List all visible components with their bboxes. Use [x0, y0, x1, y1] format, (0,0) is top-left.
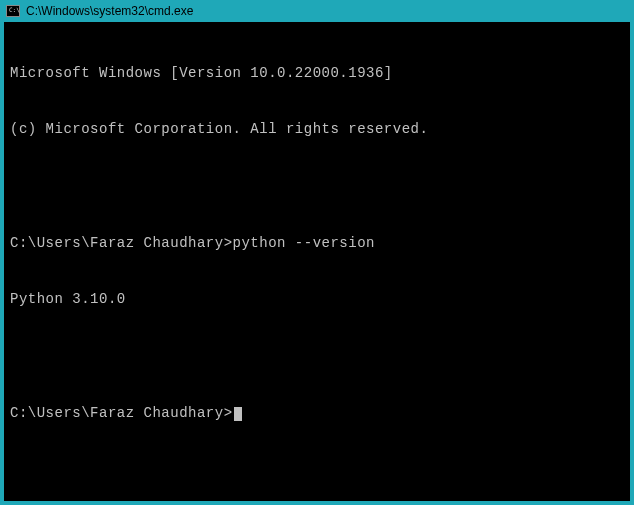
- cmd-icon-label: C:\: [9, 7, 20, 13]
- blank-line: [10, 347, 624, 366]
- prompt-path: C:\Users\Faraz Chaudhary>: [10, 405, 233, 421]
- prompt-line: C:\Users\Faraz Chaudhary>python --versio…: [10, 234, 624, 253]
- output-line: Python 3.10.0: [10, 290, 624, 309]
- blank-line: [10, 177, 624, 196]
- cursor: [234, 407, 242, 421]
- cmd-window: C:\ C:\Windows\system32\cmd.exe Microsof…: [0, 0, 634, 505]
- terminal-area[interactable]: Microsoft Windows [Version 10.0.22000.19…: [0, 22, 634, 505]
- prompt-path: C:\Users\Faraz Chaudhary>: [10, 235, 233, 251]
- window-title: C:\Windows\system32\cmd.exe: [26, 4, 193, 18]
- titlebar[interactable]: C:\ C:\Windows\system32\cmd.exe: [0, 0, 634, 22]
- banner-line: (c) Microsoft Corporation. All rights re…: [10, 120, 624, 139]
- banner-line: Microsoft Windows [Version 10.0.22000.19…: [10, 64, 624, 83]
- command-text: python --version: [233, 235, 375, 251]
- prompt-line: C:\Users\Faraz Chaudhary>: [10, 404, 624, 423]
- cmd-icon: C:\: [6, 4, 20, 18]
